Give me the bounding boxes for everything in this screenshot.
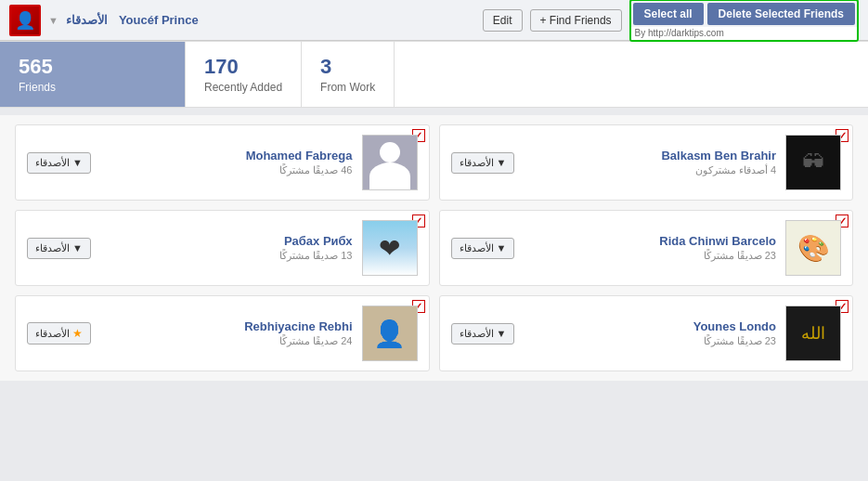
friend-action-button[interactable]: ▼ الأصدقاء: [451, 152, 515, 174]
plugin-credit: By http://darktips.com: [631, 27, 857, 40]
dropdown-arrow-icon: ▼: [497, 157, 507, 168]
friends-grid: ▼ الأصدقاءMohamed Fabrega46 صديقًا مشترك…: [15, 124, 853, 371]
friend-action-button[interactable]: ▼ الأصدقاء: [27, 152, 91, 174]
find-friends-button[interactable]: + Find Friends: [530, 9, 622, 32]
stat-friends-number: 565: [19, 55, 166, 79]
friend-info: Rebhiyacine Rebhi24 صديقًا مشتركًا: [100, 319, 353, 347]
friend-action-button[interactable]: ▼ الأصدقاء: [27, 238, 91, 259]
friend-photo: 🎨: [785, 220, 841, 276]
friend-action-button[interactable]: ▼ الأصدقاء: [451, 323, 515, 344]
friend-action-label: الأصدقاء: [460, 242, 494, 254]
stat-recently-added: 170 Recently Added: [186, 42, 302, 107]
friend-card: ▼ الأصدقاءBalkasm Ben Brahir4 أصدقاء مشت…: [439, 124, 854, 201]
friend-name: Rida Chinwi Barcelo: [524, 234, 776, 248]
friend-info: Rida Chinwi Barcelo23 صديقًا مشتركًا: [524, 234, 776, 262]
friend-name: Mohamed Fabrega: [100, 149, 353, 162]
stat-recently-number: 170: [204, 55, 282, 79]
friend-info: Mohamed Fabrega46 صديقًا مشتركًا: [100, 149, 353, 176]
topbar: 👤 ▼ الأصدقاء Youcéf Prince Edit + Find F…: [0, 0, 868, 41]
profile-name: Youcéf Prince: [119, 13, 199, 27]
breadcrumb-sep: ▼: [48, 15, 58, 26]
friend-mutual: 4 أصدقاء مشتركون: [524, 164, 776, 176]
friends-section: ▼ الأصدقاءMohamed Fabrega46 صديقًا مشترك…: [0, 115, 868, 381]
profile-silhouette: [363, 135, 417, 190]
friend-photo: ❤: [362, 220, 418, 276]
friend-action-label: الأصدقاء: [35, 157, 70, 169]
friend-info: Balkasm Ben Brahir4 أصدقاء مشتركون: [524, 149, 776, 176]
friend-name: Rebhiyacine Rebhi: [100, 319, 353, 333]
friend-photo: 👤: [362, 306, 418, 361]
dropdown-arrow-icon: ▼: [72, 242, 83, 254]
friend-card: ▼ الأصدقاءMohamed Fabrega46 صديقًا مشترك…: [15, 124, 430, 201]
friend-mutual: 23 صديقًا مشتركًا: [524, 250, 776, 262]
friend-card: ▼ الأصدقاءRida Chinwi Barcelo23 صديقًا م…: [439, 210, 854, 286]
friend-action-button[interactable]: ★الأصدقاء: [27, 322, 91, 344]
arabic-photo: الله: [786, 306, 840, 361]
select-all-button[interactable]: Select all: [633, 3, 704, 25]
friend-card: ▼ الأصدقاءYounes Londo23 صديقًا مشتركًاا…: [439, 295, 854, 371]
star-icon: ★: [72, 327, 83, 340]
nav-label: الأصدقاء: [66, 13, 108, 27]
dropdown-arrow-icon: ▼: [497, 242, 507, 254]
plugin-box: Select all Delete Selected Friends By ht…: [629, 0, 859, 42]
sketch-photo: 🎨: [786, 220, 840, 276]
friend-mutual: 13 صديقًا مشتركًا: [100, 250, 353, 262]
friend-info: Рабах Рибх13 صديقًا مشتركًا: [100, 234, 353, 262]
friend-action-button[interactable]: ▼ الأصدقاء: [451, 238, 515, 259]
dropdown-arrow-icon: ▼: [497, 328, 507, 339]
friend-action-label: الأصدقاء: [35, 242, 70, 254]
friend-action-label: الأصدقاء: [460, 328, 494, 340]
plugin-buttons: Select all Delete Selected Friends: [631, 1, 857, 27]
friend-mutual: 24 صديقًا مشتركًا: [100, 335, 353, 347]
friend-name: Younes Londo: [524, 319, 776, 333]
stat-friends-label: Friends: [19, 81, 166, 94]
edit-button[interactable]: Edit: [483, 9, 523, 32]
friend-info: Younes Londo23 صديقًا مشتركًا: [524, 319, 776, 347]
dropdown-arrow-icon: ▼: [72, 157, 83, 168]
stat-from-work: 3 From Work: [302, 42, 395, 107]
stats-bar: 565 Friends 170 Recently Added 3 From Wo…: [0, 41, 868, 108]
delete-selected-button[interactable]: Delete Selected Friends: [707, 3, 855, 25]
stat-friends: 565 Friends: [0, 42, 186, 107]
friend-card: ▼ الأصدقاءРабах Рибх13 صديقًا مشتركًا❤: [15, 210, 430, 286]
friend-mutual: 46 صديقًا مشتركًا: [100, 164, 353, 176]
dark-photo: 🕶: [786, 135, 840, 190]
friend-photo: 🕶: [785, 135, 841, 190]
friend-action-label: الأصدقاء: [460, 157, 494, 169]
heart-photo: ❤: [363, 220, 417, 276]
friend-photo: [362, 135, 418, 190]
friend-name: Balkasm Ben Brahir: [524, 149, 776, 162]
person-photo: 👤: [363, 306, 417, 361]
friend-action-label: الأصدقاء: [35, 328, 70, 340]
friend-photo: الله: [785, 306, 841, 361]
avatar: 👤: [9, 5, 41, 36]
stat-work-label: From Work: [320, 81, 375, 94]
friend-mutual: 23 صديقًا مشتركًا: [524, 335, 776, 347]
friend-card: ★الأصدقاءRebhiyacine Rebhi24 صديقًا مشتر…: [15, 295, 430, 371]
stat-recently-label: Recently Added: [204, 81, 282, 94]
friend-name: Рабах Рибх: [100, 234, 353, 248]
stat-work-number: 3: [320, 55, 375, 79]
